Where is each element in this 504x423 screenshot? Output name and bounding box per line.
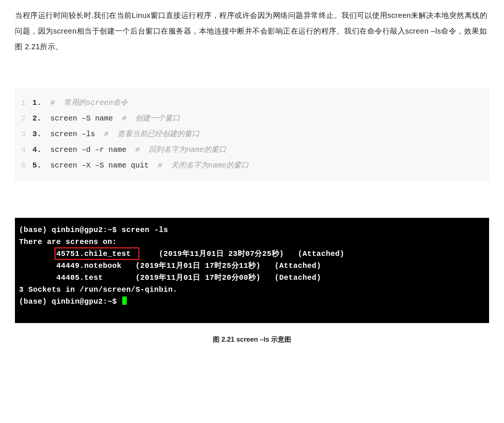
line-number-gutter: 1 (19, 95, 32, 111)
line-number-gutter: 2 (19, 111, 32, 126)
screen-session-name: 44449.notebook (19, 261, 122, 270)
code-line: 44. screen –d –r name # 回到名字为name的窗口 (19, 142, 485, 158)
line-number-gutter: 4 (19, 142, 32, 158)
code-line: 33. screen –ls # 查看当前已经创建的窗口 (19, 126, 485, 142)
figure-caption: 图 2.21 screen –ls 示意图 (15, 333, 489, 347)
terminal-header-line: There are screens on: (19, 236, 485, 248)
screen-session-meta: (2019年11月01日 17时20分00秒) (Detached) (103, 273, 321, 282)
code-comment: # 查看当前已经创建的窗口 (104, 126, 199, 142)
terminal-screenshot: (base) qinbin@gpu2:~$ screen -lsThere ar… (15, 218, 489, 323)
intro-paragraph: 当程序运行时间较长时,我们在当前Linux窗口直接运行程序，程序或许会因为网络问… (15, 7, 489, 54)
line-number-gutter: 5 (19, 158, 32, 173)
screen-session-meta: (2019年11月01日 23时07分25秒) (Attached) (131, 250, 344, 258)
code-line: 11. # 常用的screen命令 (19, 95, 485, 111)
code-index: 2. (32, 111, 50, 126)
screen-session-name: 44405.test (19, 273, 103, 282)
code-line: 55. screen –X –S name quit # 关闭名字为name的窗… (19, 158, 485, 173)
code-text: screen –X –S name quit (50, 158, 158, 173)
terminal-screen-row: 44449.notebook (2019年11月01日 17时25分11秒) (… (19, 260, 485, 272)
code-index: 5. (32, 158, 50, 173)
code-index: 4. (32, 142, 50, 158)
terminal-prompt-line: (base) qinbin@gpu2:~$ screen -ls (19, 224, 485, 236)
code-index: 1. (32, 95, 50, 111)
terminal-cursor (122, 297, 127, 305)
line-number-gutter: 3 (19, 126, 32, 142)
code-text: screen –S name (50, 111, 122, 126)
terminal-screen-row: 44405.test (2019年11月01日 17时20分00秒) (Deta… (19, 272, 485, 284)
terminal-prompt-line: (base) qinbin@gpu2:~$ (19, 296, 485, 308)
code-comment: # 创建一个窗口 (122, 111, 180, 126)
screen-session-meta: (2019年11月01日 17时25分11秒) (Attached) (122, 261, 321, 270)
code-text: screen –d –r name (50, 142, 135, 158)
code-line: 22. screen –S name # 创建一个窗口 (19, 111, 485, 126)
terminal-screen-row: 45751.chile_test (2019年11月01日 23时07分25秒)… (19, 248, 485, 260)
code-index: 3. (32, 126, 50, 142)
terminal-footer-line: 3 Sockets in /run/screen/S-qinbin. (19, 284, 485, 296)
code-comment: # 关闭名字为name的窗口 (158, 158, 249, 173)
screen-session-name: 45751.chile_test (19, 250, 131, 258)
code-comment: # 回到名字为name的窗口 (135, 142, 226, 158)
code-text: screen –ls (50, 126, 104, 142)
code-block: 11. # 常用的screen命令22. screen –S name # 创建… (15, 88, 489, 181)
code-comment: # 常用的screen命令 (50, 95, 128, 111)
